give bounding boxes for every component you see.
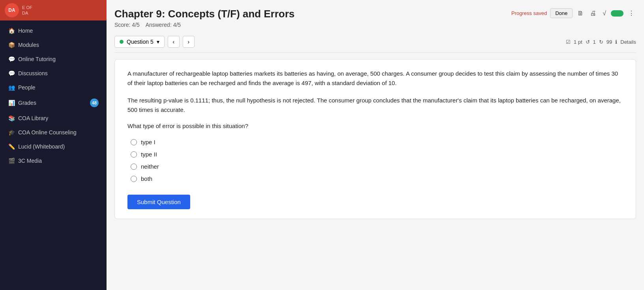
progress-saved: Progress saved bbox=[511, 10, 547, 16]
history-icon: ↺ bbox=[586, 39, 590, 45]
sidebar-label-lucid: Lucid (Whiteboard) bbox=[18, 143, 65, 150]
details-link[interactable]: Details bbox=[620, 39, 636, 45]
quiz-meta: Score: 4/5 Answered: 4/5 bbox=[114, 22, 295, 28]
next-question-button[interactable]: › bbox=[183, 36, 195, 48]
sidebar-label-counseling: COA Online Counseling bbox=[18, 129, 77, 136]
option-neither[interactable]: neither bbox=[131, 163, 623, 170]
dropdown-arrow-icon: ▾ bbox=[157, 39, 159, 45]
sidebar-item-coa-counseling[interactable]: 🎓 COA Online Counseling bbox=[0, 125, 107, 139]
sidebar-item-home[interactable]: 🏠 Home bbox=[0, 24, 107, 38]
sidebar-item-discussions[interactable]: 💬 Discussions bbox=[0, 66, 107, 80]
quiz-title: Chapter 9: Concepts (T/F) and Errors bbox=[114, 8, 295, 20]
sidebar-label-grades: Grades bbox=[18, 100, 36, 106]
question-prompt: What type of error is possible in this s… bbox=[127, 123, 623, 129]
sidebar-label-people: People bbox=[18, 84, 36, 91]
edit-icon: ☑ bbox=[566, 39, 571, 45]
question-selector[interactable]: Question 5 ▾ bbox=[114, 36, 165, 48]
sidebar-item-lucid[interactable]: ✏️ Lucid (Whiteboard) bbox=[0, 139, 107, 154]
quiz-header: Chapter 9: Concepts (T/F) and Errors Sco… bbox=[114, 8, 636, 28]
sidebar-label-media: 3C Media bbox=[18, 158, 42, 164]
option-label-type-ii: type II bbox=[141, 151, 157, 158]
score-label: Score: 4/5 bbox=[114, 22, 140, 28]
info-icon: ℹ bbox=[615, 39, 617, 45]
sidebar-item-grades[interactable]: 📊 Grades 48 bbox=[0, 95, 107, 111]
toggle-switch[interactable] bbox=[611, 10, 623, 17]
option-label-type-i: type I bbox=[141, 139, 155, 145]
sidebar-item-modules[interactable]: 📦 Modules bbox=[0, 38, 107, 52]
sidebar-label-modules: Modules bbox=[18, 42, 39, 48]
radio-type-i[interactable] bbox=[131, 139, 137, 145]
sidebar-brand: E OF DA bbox=[22, 5, 32, 16]
quiz-title-section: Chapter 9: Concepts (T/F) and Errors Sco… bbox=[114, 8, 295, 28]
question-info: ☑ 1 pt ↺ 1 ↻ 99 ℹ Details bbox=[566, 39, 636, 45]
lucid-icon: ✏️ bbox=[8, 143, 15, 150]
radio-both[interactable] bbox=[131, 176, 137, 182]
quiz-card: A manufacturer of rechargeable laptop ba… bbox=[114, 59, 636, 219]
print-icon-button[interactable]: 🖨 bbox=[588, 8, 598, 19]
content-area: Chapter 9: Concepts (T/F) and Errors Sco… bbox=[107, 0, 644, 290]
refresh-icon: ↻ bbox=[599, 39, 603, 45]
question-nav: Question 5 ▾ ‹ › ☑ 1 pt ↺ 1 ↻ 99 ℹ Detai… bbox=[114, 31, 636, 53]
options-list: type I type II neither both bbox=[131, 139, 623, 182]
attempts-label: 99 bbox=[607, 39, 612, 45]
done-button[interactable]: Done bbox=[550, 8, 573, 18]
question-body2: The resulting p-value is 0.1111; thus, t… bbox=[127, 96, 623, 115]
prev-question-button[interactable]: ‹ bbox=[168, 36, 180, 48]
media-icon: 🎬 bbox=[8, 158, 15, 164]
sidebar-item-people[interactable]: 👥 People bbox=[0, 80, 107, 95]
question-status-dot bbox=[120, 40, 124, 44]
option-type-i[interactable]: type I bbox=[131, 139, 623, 145]
sidebar: DA E OF DA 🏠 Home 📦 Modules 💬 Online Tut… bbox=[0, 0, 107, 290]
grades-badge: 48 bbox=[90, 99, 99, 107]
quiz-actions: Progress saved Done 🗎 🖨 √ ⋮ bbox=[511, 8, 636, 19]
sidebar-label-library: COA Library bbox=[18, 115, 48, 121]
people-icon: 👥 bbox=[8, 84, 15, 91]
sidebar-logo: DA bbox=[5, 3, 19, 17]
discussions-icon: 💬 bbox=[8, 70, 15, 76]
library-icon: 📚 bbox=[8, 115, 15, 121]
option-label-both: both bbox=[141, 175, 152, 182]
tutoring-icon: 💬 bbox=[8, 56, 15, 62]
sidebar-header: DA E OF DA bbox=[0, 0, 107, 20]
grades-icon: 📊 bbox=[8, 100, 15, 106]
radio-type-ii[interactable] bbox=[131, 151, 137, 158]
answered-label: Answered: 4/5 bbox=[146, 22, 181, 28]
radio-neither[interactable] bbox=[131, 164, 137, 170]
sidebar-label-tutoring: Online Tutoring bbox=[18, 56, 56, 62]
document-icon-button[interactable]: 🗎 bbox=[576, 8, 585, 19]
counseling-icon: 🎓 bbox=[8, 129, 15, 136]
sidebar-nav: 🏠 Home 📦 Modules 💬 Online Tutoring 💬 Dis… bbox=[0, 20, 107, 290]
home-icon: 🏠 bbox=[8, 28, 15, 34]
sidebar-label-discussions: Discussions bbox=[18, 70, 48, 76]
option-label-neither: neither bbox=[141, 163, 159, 170]
question-body: A manufacturer of rechargeable laptop ba… bbox=[127, 69, 623, 88]
sidebar-item-3c-media[interactable]: 🎬 3C Media bbox=[0, 154, 107, 168]
modules-icon: 📦 bbox=[8, 42, 15, 48]
more-options-button[interactable]: ⋮ bbox=[627, 8, 636, 19]
logo-text: DA bbox=[8, 7, 15, 13]
option-type-ii[interactable]: type II bbox=[131, 151, 623, 158]
sidebar-item-coa-library[interactable]: 📚 COA Library bbox=[0, 111, 107, 125]
main-content: Chapter 9: Concepts (T/F) and Errors Sco… bbox=[107, 0, 644, 290]
submit-question-button[interactable]: Submit Question bbox=[127, 195, 190, 209]
history-count: 1 bbox=[593, 39, 596, 45]
sidebar-label-home: Home bbox=[18, 28, 33, 34]
points-label: 1 pt bbox=[574, 39, 582, 45]
sidebar-item-online-tutoring[interactable]: 💬 Online Tutoring bbox=[0, 52, 107, 66]
option-both[interactable]: both bbox=[131, 175, 623, 182]
formula-icon-button[interactable]: √ bbox=[601, 8, 608, 19]
question-select-label: Question 5 bbox=[127, 39, 154, 45]
